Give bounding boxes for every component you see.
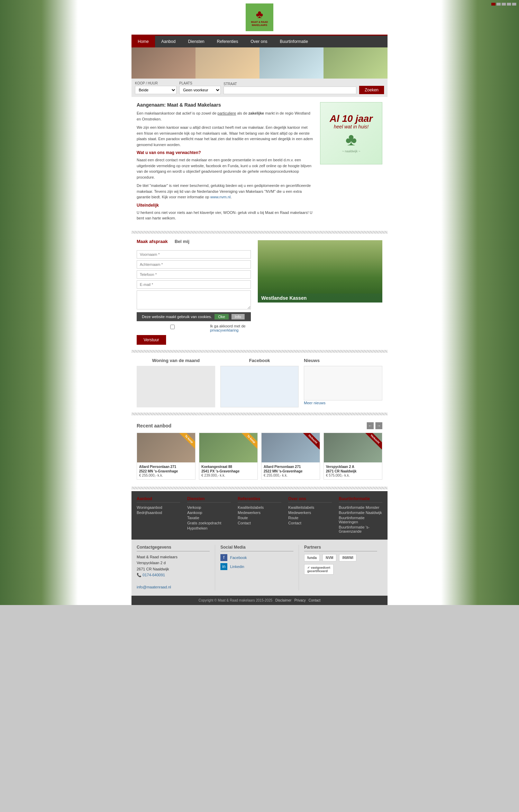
footer-col-buurtinfo: Buurtinformatie Buurtinformatie Monster … bbox=[339, 496, 382, 534]
hero-img-3 bbox=[260, 47, 324, 79]
contact-footer-link[interactable]: Contact bbox=[309, 598, 320, 602]
message-textarea[interactable] bbox=[137, 290, 251, 309]
prev-arrow-button[interactable]: ← bbox=[367, 422, 374, 429]
slider-dot-2[interactable] bbox=[497, 3, 501, 6]
plaats-select[interactable]: Geen voorkeur bbox=[179, 86, 221, 94]
partners-title: Partners bbox=[304, 545, 377, 551]
verstuur-button[interactable]: Verstuur bbox=[137, 335, 166, 345]
recent-title: Recent aanbod bbox=[137, 423, 171, 428]
footer-aankoop-link[interactable]: Aankoop bbox=[187, 511, 231, 515]
social-title: Social Media bbox=[220, 545, 293, 551]
property-card-1[interactable]: Te koop Allard Piersonlaan 271 2522 MN '… bbox=[137, 433, 195, 480]
footer-over-ons-title: Over ons bbox=[288, 496, 332, 503]
footer-zoekopdracht-link[interactable]: Gratis zoekopdracht bbox=[187, 521, 231, 525]
property-address-2: Koekangestraat 88 bbox=[201, 464, 255, 469]
footer-col-diensten: Diensten Verkoop Aankoop Taxatie Gratis … bbox=[187, 496, 231, 534]
facebook-social: f Facebook bbox=[220, 554, 293, 561]
nav-home[interactable]: Home bbox=[131, 36, 155, 47]
nav-buurtinfo[interactable]: Buurtinformatie bbox=[274, 36, 314, 47]
nav-diensten[interactable]: Diensten bbox=[182, 36, 210, 47]
logo-subtext: MAKELAARS bbox=[251, 24, 268, 27]
property-img-2: Te koop bbox=[199, 433, 257, 462]
slider-dot-5[interactable] bbox=[512, 3, 516, 6]
contact-email-link[interactable]: info@maatenraad.nl bbox=[137, 585, 171, 589]
cookie-ok-button[interactable]: Oke bbox=[215, 314, 228, 319]
separator-3 bbox=[131, 413, 388, 415]
disclaimer-link[interactable]: Disclaimer bbox=[275, 598, 292, 602]
separator-1 bbox=[131, 231, 388, 234]
property-card-4[interactable]: Verkocht Verspycklaan 2 A 2671 CR Naaldw… bbox=[324, 433, 382, 480]
status-badge-3: Verkocht bbox=[302, 433, 320, 449]
footer-route-link[interactable]: Route bbox=[238, 516, 281, 520]
property-img-3: Verkocht bbox=[262, 433, 320, 462]
partners-box: Partners funda NVM INWWI ✓ vastgoedcertg… bbox=[304, 545, 382, 591]
next-arrow-button[interactable]: → bbox=[375, 422, 382, 429]
slider-dot-1[interactable] bbox=[491, 3, 495, 6]
nieuws-content bbox=[304, 366, 382, 400]
facebook-link[interactable]: Facebook bbox=[230, 556, 247, 560]
footer-route2-link[interactable]: Route bbox=[288, 516, 332, 520]
nvm-link[interactable]: www.nvm.nl bbox=[210, 195, 231, 199]
footer-buurt-monster-link[interactable]: Buurtinformatie Monster bbox=[339, 505, 382, 509]
straat-input[interactable] bbox=[224, 87, 356, 94]
footer-aanbod-title: Aanbod bbox=[137, 496, 180, 503]
footer-taxatie-link[interactable]: Taxatie bbox=[187, 516, 231, 520]
footer-woningaanbod-link[interactable]: Woningaanbod bbox=[137, 505, 180, 509]
email-input[interactable] bbox=[137, 280, 251, 289]
privacy-label: Ik ga akkoord met de privacyverklaring bbox=[210, 324, 251, 332]
property-price-3: € 255.000,- k.k. bbox=[264, 473, 318, 477]
intro-p5: U herkent ons niet voor niets aan het kl… bbox=[137, 210, 315, 221]
cookie-text: Deze website maakt gebruik van cookies. bbox=[142, 315, 212, 319]
hero-img-1 bbox=[131, 47, 195, 79]
property-city-4: 2671 CR Naaldwijk bbox=[326, 469, 380, 473]
footer-buurt-gravenzande-link[interactable]: Buurtinformatie 's-Gravenzande bbox=[339, 525, 382, 533]
footer-bedrijfsaanbod-link[interactable]: Bedrijfsaanbod bbox=[137, 511, 180, 515]
footer-kwaliteit2-link[interactable]: Kwaliteitslabels bbox=[288, 505, 332, 509]
telefoon-input[interactable] bbox=[137, 270, 251, 279]
property-price-1: € 255.000,- k.k. bbox=[139, 473, 193, 477]
straat-label: STRAAT bbox=[224, 82, 356, 86]
facebook-widget bbox=[220, 366, 299, 407]
koop-huur-select[interactable]: Beide Koop Huur bbox=[135, 86, 176, 94]
linkedin-link[interactable]: Linkedin bbox=[230, 565, 244, 569]
slider-dot-4[interactable] bbox=[507, 3, 511, 6]
clover-icon: ♣ bbox=[251, 8, 268, 21]
plaats-label: PLAATS bbox=[179, 81, 221, 85]
slider-caption: Westlandse Kassen bbox=[258, 294, 382, 303]
footer-verkoop-link[interactable]: Verkoop bbox=[187, 505, 231, 509]
achternaam-input[interactable] bbox=[137, 260, 251, 269]
main-content: Aangenaam: Maat & Raad Makelaars Een mak… bbox=[131, 97, 388, 229]
property-card-2[interactable]: Te koop Koekangestraat 88 2541 PX 's-Gra… bbox=[199, 433, 258, 480]
hero-img-4 bbox=[324, 47, 388, 79]
privacy-footer-link[interactable]: Privacy bbox=[294, 598, 306, 602]
woning-maand-image bbox=[137, 366, 215, 407]
search-button[interactable]: Zoeken bbox=[359, 86, 384, 94]
footer-buurt-naaldwijk-link[interactable]: Buurtinformatie Naaldwijk bbox=[339, 511, 382, 515]
footer-kwaliteit-link[interactable]: Kwaliteitslabels bbox=[238, 505, 281, 509]
contact-name: Maat & Raad makelaars Verspycklaan 2 d 2… bbox=[137, 554, 210, 591]
footer-medewerkers-link[interactable]: Medewerkers bbox=[238, 511, 281, 515]
meer-nieuws-link[interactable]: Meer nieuws bbox=[304, 401, 325, 405]
nav-referenties[interactable]: Referenties bbox=[211, 36, 244, 47]
footer-medewerkers2-link[interactable]: Medewerkers bbox=[288, 511, 332, 515]
footer-contact-link[interactable]: Contact bbox=[238, 521, 281, 525]
logo[interactable]: ♣ MAAT & RAAD MAKELAARS bbox=[246, 3, 273, 31]
nav-aanbod[interactable]: Aanbod bbox=[155, 36, 182, 47]
koop-huur-label: KOOP / HUUR bbox=[135, 81, 176, 85]
cookie-info-button[interactable]: Info bbox=[231, 314, 245, 319]
footer-contact2-link[interactable]: Contact bbox=[288, 521, 332, 525]
property-card-3[interactable]: Verkocht Allard Piersonlaan 271 2522 MN … bbox=[261, 433, 320, 480]
partners-logos: funda NVM INWWI ✓ vastgoedcertgecertific… bbox=[304, 554, 377, 575]
footer-hypotheken-link[interactable]: Hypotheken bbox=[187, 526, 231, 530]
slider-dot-3[interactable] bbox=[502, 3, 506, 6]
privacy-checkbox[interactable] bbox=[137, 325, 208, 329]
privacy-link[interactable]: privacyverklaring bbox=[210, 328, 239, 332]
footer-buurt-wateringen-link[interactable]: Buurtinformatie Wateringen bbox=[339, 516, 382, 524]
contact-phone-link[interactable]: 0174-640091 bbox=[143, 573, 165, 577]
main-nav: Home Aanbod Diensten Referenties Over on… bbox=[131, 36, 388, 47]
property-slider: Westlandse Kassen bbox=[258, 239, 382, 345]
form-title-bel: Bel mij bbox=[175, 239, 190, 244]
nav-over-ons[interactable]: Over ons bbox=[244, 36, 274, 47]
voornaam-input[interactable] bbox=[137, 250, 251, 259]
anniversary-line1: Al 10 jaar bbox=[330, 114, 373, 124]
